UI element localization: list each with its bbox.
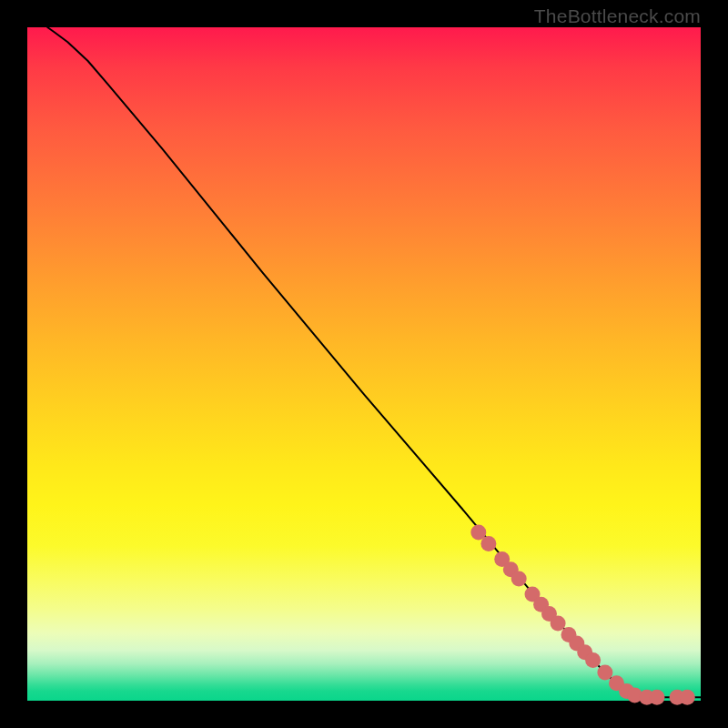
bottleneck-curve [47, 27, 701, 697]
data-point-marker [649, 690, 664, 705]
data-point-marker [511, 571, 527, 587]
data-point-marker [551, 615, 566, 631]
marker-group [470, 525, 694, 705]
chart-overlay [27, 27, 701, 701]
data-point-marker [480, 536, 496, 551]
data-point-marker [680, 690, 695, 705]
watermark-text: TheBottleneck.com [534, 5, 701, 27]
data-point-marker [585, 652, 601, 668]
data-point-marker [597, 664, 612, 680]
chart-frame: TheBottleneck.com [0, 0, 728, 728]
